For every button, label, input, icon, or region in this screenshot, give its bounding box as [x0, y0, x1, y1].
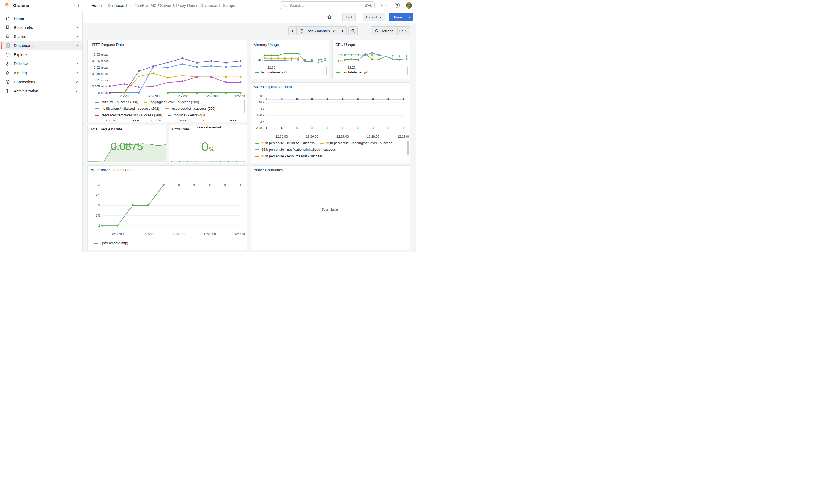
panel-title[interactable]: MCP Active Connections [88, 166, 246, 172]
grafana-logo-icon[interactable] [3, 2, 10, 9]
panel-title[interactable]: Active Goroutines [251, 166, 410, 172]
svg-text:2: 2 [99, 204, 100, 207]
legend-label: notifications/initialized - success (202… [102, 106, 159, 111]
svg-text:3 s: 3 s [260, 120, 265, 124]
legend-row: notifications/initialized - success (202… [96, 106, 243, 111]
edit-button[interactable]: Edit [342, 13, 356, 21]
chevron-down-icon[interactable] [75, 62, 78, 65]
legend-swatch [255, 156, 259, 157]
search-box[interactable]: ⌘+k [280, 1, 375, 9]
legend-scrollbar[interactable] [326, 67, 328, 75]
chevron-down-icon[interactable] [75, 80, 78, 84]
sidebar-item-label: Bookmarks [14, 25, 33, 30]
sidebar-item-alerting[interactable]: Alerting [0, 68, 82, 77]
svg-text:12:29:00: 12:29:00 [397, 135, 409, 138]
error-rate-sparkline[interactable] [171, 159, 245, 162]
sidebar-item-starred[interactable]: Starred [0, 32, 82, 41]
chevron-down-icon[interactable] [75, 71, 78, 75]
panel-title[interactable]: MCP Request Duration [251, 82, 410, 89]
legend-swatch [167, 115, 172, 116]
time-range-group: Last 5 minutes [288, 26, 347, 35]
legend-scrollbar[interactable] [407, 67, 408, 75]
time-range-picker[interactable]: Last 5 minutes [296, 26, 338, 35]
search-input[interactable] [289, 3, 365, 7]
legend-item[interactable]: unknown - success (200) [193, 120, 238, 121]
legend-swatch [96, 108, 99, 109]
legend-item[interactable]: tools/call - error (404) [167, 113, 206, 118]
sidebar-toggle-icon[interactable] [74, 3, 79, 8]
svg-text:12:29:00: 12:29:00 [234, 232, 245, 236]
breadcrumb-dashboards[interactable]: Dashboards [108, 3, 129, 8]
legend-item[interactable]: - (streamable-http) [94, 241, 128, 246]
legend-item[interactable]: 95th percentile - resources/templates/li… [255, 161, 339, 161]
http-request-rate-chart[interactable]: 0 req/s0.005 req/s0.01 req/s0.015 req/s0… [89, 50, 245, 99]
sidebar-item-drilldown[interactable]: Drilldown [0, 59, 82, 68]
zoom-out-button[interactable] [348, 26, 358, 35]
refresh-interval-picker[interactable]: 5s [397, 26, 410, 35]
dashboard-canvas: Last 5 minutes Refresh [82, 23, 416, 252]
svg-text:16 MiB: 16 MiB [253, 58, 263, 62]
sidebar-item-bookmarks[interactable]: Bookmarks [0, 23, 82, 32]
user-avatar[interactable] [406, 2, 412, 9]
time-shift-forward-button[interactable] [338, 26, 347, 35]
legend-item[interactable]: 95th percentile - logging/setLevel - suc… [320, 141, 392, 145]
share-button-group: Share [389, 13, 413, 21]
sidebar-item-administration[interactable]: Administration [0, 86, 82, 96]
mcp-active-connections-chart[interactable]: 11.522.5312:25:0012:26:0012:27:0012:28:0… [89, 175, 245, 238]
cpu-usage-chart[interactable]: 0.2%0%12:25 [334, 48, 409, 69]
legend-item[interactable]: resources/templates/list - success (200) [96, 113, 162, 118]
breadcrumb-home[interactable]: Home [92, 3, 102, 8]
legend-item[interactable]: fetch-telemetry-0 [337, 70, 368, 75]
actions-divider [359, 14, 359, 20]
legend-item[interactable]: resources/list - success (200) [165, 106, 216, 111]
memory-usage-chart[interactable]: 16 MiB12:25 [252, 48, 328, 69]
cpu-legend: fetch-telemetry-0 [337, 70, 406, 78]
zoom-out-icon [351, 29, 355, 33]
actions-divider [339, 14, 339, 20]
favorite-star-icon[interactable] [327, 15, 332, 20]
share-button[interactable]: Share [389, 13, 406, 21]
mcp-request-duration-chart[interactable]: 5 s4.50 s4 s3.50 s3 s2.50 s12:25:0012:26… [253, 91, 409, 140]
sidebar-item-explore[interactable]: Explore [0, 50, 82, 59]
refresh-button[interactable]: Refresh [371, 26, 397, 35]
legend-label: tools/call - error (404) [174, 113, 206, 118]
top-header: Grafana Home › Dashboards › ToolHive MCP… [0, 0, 416, 11]
chevron-down-icon[interactable] [75, 89, 78, 93]
panel-memory-usage: Memory Usage 16 MiB12:25 fetch-telemetry… [251, 40, 329, 79]
chevron-down-icon[interactable] [75, 26, 78, 29]
add-button[interactable]: + [379, 3, 389, 8]
legend-item[interactable]: tools/list - success (200) [145, 120, 188, 121]
legend-item[interactable]: 95th percentile - notifications/initiali… [255, 148, 336, 152]
legend-item[interactable]: logging/setLevel - success (200) [144, 100, 199, 105]
sidebar-item-home[interactable]: Home [0, 14, 82, 23]
panel-title[interactable]: Memory Usage [251, 41, 329, 47]
help-icon[interactable]: ? [394, 3, 400, 8]
share-caret-button[interactable] [406, 13, 413, 21]
legend-item[interactable]: 95th percentile - initialize - success [255, 141, 315, 145]
svg-text:12:26:00: 12:26:00 [142, 232, 154, 236]
legend-scrollbar[interactable] [244, 100, 245, 112]
legend-scrollbar[interactable] [407, 141, 409, 155]
panel-title[interactable]: Total Request Rate [88, 125, 166, 131]
legend-label: 95th percentile - logging/setLevel - suc… [326, 141, 392, 145]
chevron-down-icon[interactable] [75, 35, 78, 38]
svg-text:12:27:00: 12:27:00 [337, 135, 349, 138]
sidebar-item-connections[interactable]: Connections [0, 77, 82, 86]
panel-title[interactable]: CPU Usage [333, 41, 410, 47]
legend-item[interactable]: initialize - success (200) [96, 100, 138, 105]
sidebar-item-label: Connections [14, 80, 35, 84]
svg-text:2.5: 2.5 [96, 193, 100, 197]
time-shift-back-button[interactable] [288, 26, 296, 35]
header-left: Grafana [0, 2, 82, 9]
legend-swatch [144, 102, 148, 103]
connections-legend: - (streamable-http) [94, 241, 243, 248]
export-button[interactable]: Export [363, 13, 386, 21]
legend-item[interactable]: notifications/initialized - success (202… [96, 106, 159, 111]
legend-item[interactable]: 95th percentile - resources/list - succe… [255, 154, 323, 159]
chevron-down-icon[interactable] [75, 44, 78, 47]
legend-item[interactable]: fetch-telemetry-0 [255, 70, 287, 75]
sidebar-item-dashboards[interactable]: Dashboards [0, 41, 82, 50]
legend-item[interactable]: tools/call - success (200) [96, 120, 139, 121]
svg-text:3.50 s: 3.50 s [256, 114, 265, 117]
panel-title[interactable]: HTTP Request Rate [88, 41, 246, 47]
